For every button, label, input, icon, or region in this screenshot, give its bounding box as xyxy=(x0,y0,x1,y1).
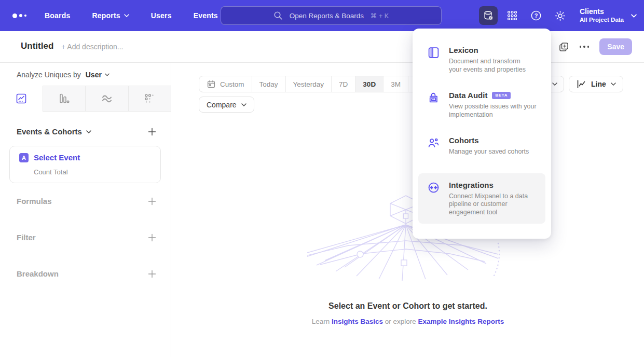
nav-item-label: Boards xyxy=(45,11,70,20)
date-range-label: 3M xyxy=(391,80,401,88)
nav-item-events[interactable]: Events xyxy=(194,11,218,20)
select-event-label: Select Event xyxy=(34,153,80,162)
events-cohorts-toggle[interactable]: Events & Cohorts xyxy=(17,127,91,136)
help-button[interactable]: ? xyxy=(527,6,545,25)
integrations-icon xyxy=(427,181,440,194)
count-total-label[interactable]: Count Total xyxy=(34,168,68,176)
chart-type-tabs xyxy=(0,86,171,112)
filter-section: Filter xyxy=(17,233,156,242)
bar-chart-tab-icon xyxy=(58,92,70,105)
empty-state-title: Select an Event or Cohort to get started… xyxy=(172,301,644,311)
nav-right-cluster: ? Clients All Project Data xyxy=(479,0,637,31)
add-breakdown-button[interactable] xyxy=(148,270,156,278)
calendar-icon xyxy=(207,79,216,89)
svg-text:?: ? xyxy=(535,12,538,19)
flow-tab-icon xyxy=(101,92,113,105)
insights-basics-link[interactable]: Insights Basics xyxy=(332,318,383,325)
cohorts-icon xyxy=(427,136,440,149)
explore-text: or explore xyxy=(385,318,416,325)
events-cohorts-label: Events & Cohorts xyxy=(17,127,82,136)
chevron-down-icon xyxy=(124,14,129,17)
chevron-down-icon xyxy=(611,83,616,86)
formulas-label: Formulas xyxy=(17,197,52,205)
nav-menu: Boards Reports Users Events xyxy=(45,11,218,20)
nav-item-boards[interactable]: Boards xyxy=(45,11,70,20)
menu-item-description: View possible issues with your implement… xyxy=(449,103,537,119)
menu-item-integrations[interactable]: Integrations Connect Mixpanel to a data … xyxy=(418,173,545,224)
breakdown-label: Breakdown xyxy=(17,269,59,278)
apps-grid-button[interactable] xyxy=(503,6,522,25)
date-range-label: Today xyxy=(259,80,278,88)
nav-item-reports[interactable]: Reports xyxy=(92,11,129,20)
chart-type-button[interactable]: Line xyxy=(569,76,623,92)
menu-item-description: Document and transform your events and p… xyxy=(449,58,532,74)
add-filter-button[interactable] xyxy=(148,234,156,242)
chevron-down-icon xyxy=(105,73,109,76)
date-range-label: Custom xyxy=(220,80,244,88)
add-formula-button[interactable] xyxy=(148,197,156,205)
compare-button[interactable]: Compare xyxy=(199,97,254,113)
dot-grid-tab-icon xyxy=(143,92,156,105)
event-badge: A xyxy=(19,153,29,162)
tab-line-chart[interactable] xyxy=(0,86,43,112)
data-audit-icon xyxy=(427,91,440,104)
mixpanel-logo[interactable] xyxy=(12,13,34,18)
query-sidebar: Analyze Uniques by User xyxy=(0,63,171,357)
select-event-card[interactable]: A Select Event Count Total xyxy=(9,146,161,183)
chevron-down-icon xyxy=(631,14,637,18)
report-title[interactable]: Untitled xyxy=(21,41,53,51)
add-event-button[interactable] xyxy=(148,128,156,136)
date-range-today[interactable]: Today xyxy=(252,76,285,92)
database-gear-icon xyxy=(483,10,494,21)
date-range-7d[interactable]: 7D xyxy=(331,76,355,92)
date-range-label: Yesterday xyxy=(293,80,324,88)
menu-item-data-audit[interactable]: Data Audit BETA View possible issues wit… xyxy=(418,91,545,119)
chevron-down-icon xyxy=(552,83,557,86)
chart-type-label: Line xyxy=(591,80,606,88)
date-interval-dropdown[interactable] xyxy=(552,76,564,92)
date-range-yesterday[interactable]: Yesterday xyxy=(285,76,332,92)
menu-item-lexicon[interactable]: Lexicon Document and transform your even… xyxy=(418,46,545,74)
date-range-3m[interactable]: 3M xyxy=(383,76,408,92)
project-selector[interactable]: Clients All Project Data xyxy=(580,7,637,24)
search-bar[interactable]: Open Reports & Boards ⌘ + K xyxy=(221,6,442,25)
more-options-button[interactable] xyxy=(580,46,590,48)
date-range-30d[interactable]: 30D xyxy=(355,76,383,92)
apps-grid-icon xyxy=(506,10,518,21)
nav-item-users[interactable]: Users xyxy=(151,11,172,20)
duplicate-icon[interactable] xyxy=(558,42,569,52)
beta-badge: BETA xyxy=(492,92,511,99)
save-button[interactable]: Save xyxy=(599,38,632,55)
line-chart-icon xyxy=(576,79,586,89)
search-placeholder: Open Reports & Boards xyxy=(290,12,364,20)
menu-item-description: Manage your saved cohorts xyxy=(449,148,529,156)
chevron-down-icon xyxy=(86,130,91,133)
date-range-custom[interactable]: Custom xyxy=(199,76,252,92)
menu-item-title: Integrations xyxy=(449,181,494,189)
settings-button[interactable] xyxy=(551,6,569,25)
learn-text: Learn xyxy=(312,318,330,325)
help-icon: ? xyxy=(530,9,542,22)
search-icon xyxy=(273,11,283,20)
example-reports-link[interactable]: Example Insights Reports xyxy=(418,318,504,325)
data-management-dropdown: Lexicon Document and transform your even… xyxy=(413,29,551,239)
nav-item-label: Users xyxy=(151,11,172,20)
menu-item-title: Cohorts xyxy=(449,136,479,145)
formulas-section: Formulas xyxy=(17,197,156,205)
gear-icon xyxy=(554,10,566,22)
tab-flow-chart[interactable] xyxy=(85,86,128,112)
nav-item-label: Events xyxy=(194,11,218,20)
breakdown-section: Breakdown xyxy=(17,269,156,278)
menu-item-cohorts[interactable]: Cohorts Manage your saved cohorts xyxy=(418,136,545,156)
date-range-label: 30D xyxy=(363,80,376,88)
empty-state-subtitle: Learn Insights Basics or explore Example… xyxy=(172,318,644,325)
analyze-value: User xyxy=(86,71,102,79)
menu-item-title: Data Audit xyxy=(449,91,487,100)
lexicon-icon xyxy=(427,46,440,59)
tab-dot-grid[interactable] xyxy=(128,86,171,112)
data-management-button[interactable] xyxy=(479,6,498,25)
add-description-field[interactable]: + Add description... xyxy=(61,43,123,51)
tab-bar-chart[interactable] xyxy=(43,86,86,112)
analyze-value-dropdown[interactable]: User xyxy=(86,71,109,79)
analyze-label: Analyze Uniques by xyxy=(17,71,81,79)
